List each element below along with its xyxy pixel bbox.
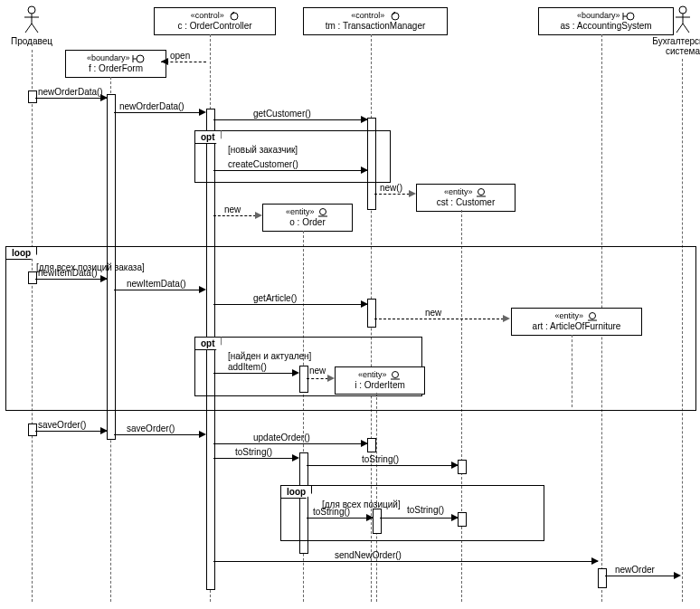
arrow-icon — [591, 557, 599, 565]
activation — [28, 271, 37, 284]
arrow-icon — [199, 286, 206, 293]
lifeline-label: cst : Customer — [421, 197, 511, 208]
msg-newitemdata1: newItemData() — [38, 268, 98, 278]
arrow-icon — [100, 275, 108, 282]
stereo-label: «control» — [191, 11, 224, 20]
arrow-icon — [361, 116, 368, 123]
fragment-tag: opt — [194, 130, 222, 144]
msg-line — [213, 170, 367, 171]
svg-point-9 — [627, 13, 634, 20]
arrow-icon — [451, 462, 459, 469]
msg-neworderdata1: newOrderData() — [38, 87, 103, 97]
guard-found: [найден и актуален] — [228, 351, 311, 361]
msg-new1: new — [224, 205, 241, 214]
arrow-icon — [366, 514, 374, 521]
arrow-icon — [327, 375, 335, 382]
svg-line-13 — [676, 24, 683, 33]
arrow-icon — [292, 454, 299, 462]
msg-line — [374, 319, 508, 319]
entity-icon — [475, 188, 487, 197]
arrow-icon — [161, 58, 168, 65]
msg-line — [35, 431, 107, 432]
svg-line-3 — [25, 24, 32, 33]
msg-neworder: newOrder — [615, 565, 655, 575]
msg-tostring2: toString() — [362, 454, 399, 464]
actor-seller-label: Продавец — [9, 36, 54, 46]
guard-new-customer: [новый заказчик] — [228, 145, 298, 155]
activation — [299, 366, 308, 393]
arrow-icon — [100, 427, 108, 434]
msg-line — [213, 373, 298, 374]
stereo-label: «entity» — [444, 187, 473, 196]
arrow-icon — [199, 109, 206, 116]
arrow-icon — [199, 431, 206, 438]
lifeline-label: f : OrderForm — [70, 63, 162, 74]
lifeline-label: tm : TransactionManager — [307, 21, 443, 32]
msg-sendneworder: sendNewOrder() — [335, 550, 402, 560]
msg-saveorder2: saveOrder() — [127, 423, 175, 433]
msg-line — [213, 561, 598, 562]
lifeline-label: c : OrderController — [158, 21, 271, 32]
svg-point-24 — [393, 371, 399, 377]
sequence-diagram: Продавец «control» c : OrderController «… — [0, 0, 700, 609]
svg-point-5 — [231, 13, 238, 20]
activation — [367, 299, 376, 328]
svg-line-4 — [32, 24, 38, 33]
lifeline-label: o : Order — [267, 217, 348, 228]
arrow-icon — [255, 212, 262, 219]
msg-line — [213, 443, 367, 444]
msg-new2: new() — [380, 183, 402, 193]
msg-new3: new — [425, 308, 441, 318]
msg-updateorder: updateOrder() — [253, 433, 310, 442]
control-icon — [387, 12, 400, 21]
msg-new4: new — [309, 366, 326, 376]
stereo-label: «entity» — [358, 370, 387, 379]
actor-accounting-label: Бухгалтерская система — [651, 36, 700, 56]
fragment-tag: opt — [194, 337, 222, 350]
arrow-icon — [674, 572, 681, 579]
activation — [598, 568, 607, 588]
msg-line — [114, 434, 204, 435]
msg-tostring4: toString() — [407, 505, 444, 515]
msg-line — [213, 119, 367, 120]
svg-point-6 — [392, 13, 399, 20]
activation — [28, 423, 37, 436]
msg-line — [213, 304, 367, 305]
lifeline-label: as : AccountingSystem — [543, 21, 669, 32]
msg-additem: addItem() — [228, 362, 267, 372]
msg-line — [35, 98, 107, 99]
msg-line — [35, 279, 107, 280]
svg-line-14 — [683, 24, 689, 33]
arrow-icon — [451, 514, 459, 521]
boundary-icon — [622, 12, 635, 21]
svg-point-18 — [478, 188, 485, 195]
msg-neworderdata2: newOrderData() — [119, 101, 184, 111]
lifeline-line-article — [572, 335, 572, 407]
msg-newitemdata2: newItemData() — [127, 279, 186, 289]
arrow-icon — [361, 300, 368, 308]
fragment-tag: loop — [5, 246, 37, 260]
lifeline-order-form: «boundary» f : OrderForm — [65, 50, 166, 78]
actor-accounting: Бухгалтерская система — [651, 5, 700, 56]
svg-point-22 — [589, 312, 595, 319]
svg-point-17 — [137, 55, 144, 62]
msg-line — [380, 518, 458, 519]
boundary-icon — [132, 54, 145, 63]
activation — [373, 509, 382, 534]
msg-saveorder1: saveOrder() — [38, 420, 86, 430]
stereo-label: «control» — [351, 11, 384, 20]
svg-point-10 — [679, 6, 686, 14]
arrow-icon — [503, 315, 510, 322]
lifeline-article: «entity» art : ArticleOfFurniture — [511, 308, 642, 336]
lifeline-orderitem: «entity» i : OrderItem — [335, 366, 425, 395]
msg-line — [213, 458, 298, 459]
lifeline-label: art : ArticleOfFurniture — [516, 321, 638, 332]
msg-tostring1: toString() — [235, 447, 272, 457]
msg-line — [213, 215, 260, 216]
entity-icon — [317, 208, 329, 217]
stereo-label: «entity» — [554, 311, 583, 320]
lifeline-order: «entity» o : Order — [262, 204, 353, 232]
actor-icon — [23, 5, 41, 34]
svg-point-20 — [320, 208, 326, 214]
activation — [367, 438, 376, 452]
